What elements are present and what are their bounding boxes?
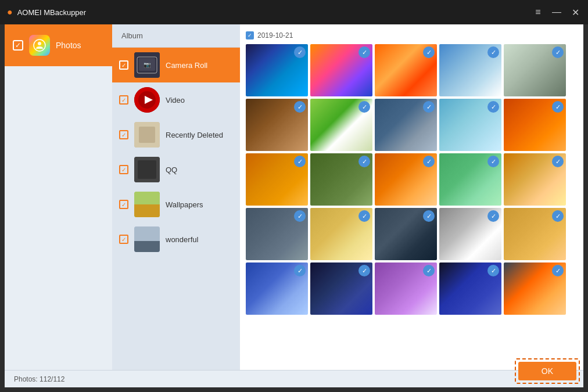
photo-row-2: ✓ ✓ ✓ ✓ ✓ <box>246 99 578 151</box>
photo-checkmark: ✓ <box>487 156 499 167</box>
photo-checkmark: ✓ <box>358 265 370 276</box>
album-thumb-wallpapers <box>134 192 160 217</box>
photo-cell[interactable]: ✓ <box>439 208 501 260</box>
album-thumb-camera-roll: 📷 <box>134 52 160 78</box>
svg-text:📷: 📷 <box>144 61 151 69</box>
photo-grid-container[interactable]: ✓ 2019-10-21 ✓ ✓ ✓ ✓ <box>240 24 583 370</box>
photo-cell[interactable]: ✓ <box>375 208 437 260</box>
svg-point-1 <box>38 42 41 45</box>
content-area: ✓ Photos Album ✓ <box>5 24 583 370</box>
sidebar-left: ✓ Photos <box>5 24 112 370</box>
album-checkbox-video[interactable]: ✓ <box>119 95 128 105</box>
svg-rect-12 <box>138 160 156 179</box>
album-item-qq[interactable]: ✓ QQ <box>112 152 240 187</box>
photo-cell[interactable]: ✓ <box>375 262 437 315</box>
app-title: AOMEI MBackupper <box>17 8 87 17</box>
photo-cell[interactable]: ✓ <box>310 262 372 315</box>
album-item-recently-deleted[interactable]: ✓ Recently Deleted <box>112 117 240 152</box>
date-section: ✓ 2019-10-21 ✓ ✓ ✓ ✓ <box>246 30 578 315</box>
photo-cell[interactable]: ✓ <box>375 44 437 96</box>
album-checkbox-wonderful[interactable]: ✓ <box>119 235 128 244</box>
photo-cell[interactable]: ✓ <box>504 44 566 96</box>
status-text: Photos: 112/112 <box>14 375 64 383</box>
photo-checkmark: ✓ <box>487 210 499 222</box>
album-item-wallpapers[interactable]: ✓ Wallpapers <box>112 187 240 222</box>
album-item-video[interactable]: ✓ Video <box>112 82 240 117</box>
date-label: ✓ 2019-10-21 <box>246 30 578 41</box>
photo-checkmark: ✓ <box>552 265 564 276</box>
photo-checkmark: ✓ <box>358 101 370 113</box>
album-name-video: Video <box>166 96 185 105</box>
photo-cell[interactable]: ✓ <box>504 99 566 151</box>
photo-cell[interactable]: ✓ <box>310 44 372 96</box>
photo-cell[interactable]: ✓ <box>246 153 308 206</box>
album-checkbox-recently-deleted[interactable]: ✓ <box>119 130 128 139</box>
photo-checkmark: ✓ <box>423 265 435 276</box>
album-panel: Album ✓ 📷 Camera Roll ✓ <box>112 24 240 370</box>
album-name-camera-roll: Camera Roll <box>166 61 207 70</box>
album-name-recently-deleted: Recently Deleted <box>166 131 223 139</box>
photo-checkmark: ✓ <box>294 210 306 222</box>
status-bar: Photos: 112/112 <box>5 370 583 387</box>
ok-button[interactable]: OK <box>518 362 576 380</box>
photo-cell[interactable]: ✓ <box>439 153 501 206</box>
album-thumb-wonderful <box>134 226 160 252</box>
album-thumb-qq <box>134 157 160 182</box>
photo-cell[interactable]: ✓ <box>504 262 566 315</box>
title-bar: ● AOMEI MBackupper ≡ — ✕ <box>0 0 588 24</box>
photo-checkmark: ✓ <box>423 101 435 113</box>
photo-row-3: ✓ ✓ ✓ ✓ ✓ <box>246 153 578 206</box>
date-checkbox[interactable]: ✓ <box>246 31 254 39</box>
photo-row-1: ✓ ✓ ✓ ✓ ✓ <box>246 44 578 96</box>
photo-cell[interactable]: ✓ <box>310 99 372 151</box>
photo-checkmark: ✓ <box>552 46 564 58</box>
photo-cell[interactable]: ✓ <box>246 262 308 315</box>
album-name-wallpapers: Wallpapers <box>166 200 203 209</box>
photos-label: Photos <box>56 41 81 50</box>
album-item-wonderful[interactable]: ✓ wonderful <box>112 222 240 257</box>
photo-cell[interactable]: ✓ <box>310 153 372 206</box>
photo-cell[interactable]: ✓ <box>375 153 437 206</box>
photo-row-4: ✓ ✓ ✓ ✓ ✓ <box>246 208 578 260</box>
album-checkbox-qq[interactable]: ✓ <box>119 165 128 174</box>
ok-area: OK <box>515 358 580 384</box>
title-bar-left: ● AOMEI MBackupper <box>7 7 86 17</box>
menu-icon[interactable]: ≡ <box>532 7 544 18</box>
album-name-qq: QQ <box>166 166 177 174</box>
photo-checkmark: ✓ <box>423 210 435 222</box>
photos-checkbox[interactable]: ✓ <box>13 40 23 51</box>
photo-cell[interactable]: ✓ <box>246 44 308 96</box>
album-checkbox-wallpapers[interactable]: ✓ <box>119 200 128 209</box>
photo-checkmark: ✓ <box>552 101 564 113</box>
album-name-wonderful: wonderful <box>166 235 198 244</box>
album-checkbox-camera-roll[interactable]: ✓ <box>119 60 128 70</box>
photos-icon <box>29 35 50 56</box>
photo-cell[interactable]: ✓ <box>310 208 372 260</box>
photo-cell[interactable]: ✓ <box>375 99 437 151</box>
photo-checkmark: ✓ <box>423 156 435 167</box>
photo-checkmark: ✓ <box>358 156 370 167</box>
photo-checkmark: ✓ <box>487 265 499 276</box>
photo-cell[interactable]: ✓ <box>439 262 501 315</box>
photo-checkmark: ✓ <box>294 265 306 276</box>
svg-rect-10 <box>139 127 155 143</box>
title-bar-controls: ≡ — ✕ <box>532 7 581 18</box>
album-header: Album <box>112 24 240 48</box>
photo-checkmark: ✓ <box>423 46 435 58</box>
photo-cell[interactable]: ✓ <box>504 153 566 206</box>
ok-btn-wrapper: OK <box>515 358 580 384</box>
minimize-button[interactable]: — <box>551 7 562 18</box>
photo-cell[interactable]: ✓ <box>246 99 308 151</box>
photo-checkmark: ✓ <box>552 156 564 167</box>
photos-header[interactable]: ✓ Photos <box>5 24 112 66</box>
photo-cell[interactable]: ✓ <box>439 44 501 96</box>
photo-cell[interactable]: ✓ <box>504 208 566 260</box>
photo-checkmark: ✓ <box>487 101 499 113</box>
svg-rect-16 <box>134 241 160 252</box>
photo-checkmark: ✓ <box>294 156 306 167</box>
photo-cell[interactable]: ✓ <box>246 208 308 260</box>
close-button[interactable]: ✕ <box>569 7 581 18</box>
photo-checkmark: ✓ <box>358 46 370 58</box>
photo-cell[interactable]: ✓ <box>439 99 501 151</box>
album-item-camera-roll[interactable]: ✓ 📷 Camera Roll <box>112 48 240 82</box>
